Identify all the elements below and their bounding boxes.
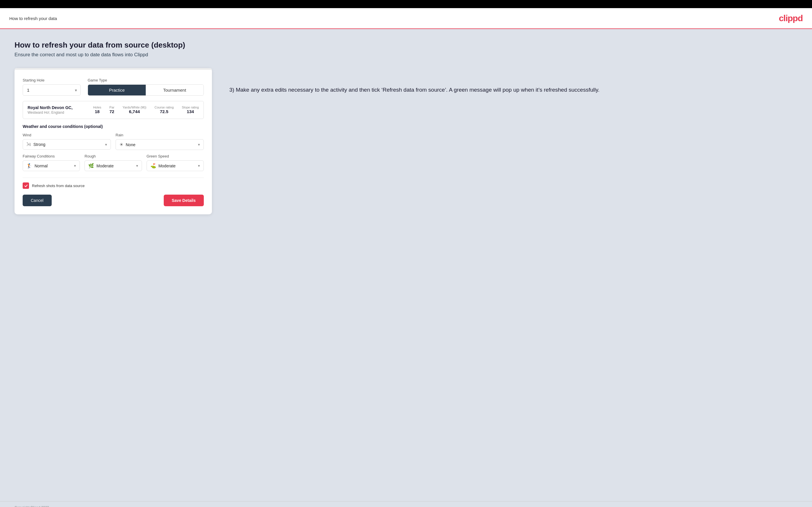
rain-select[interactable]: ☀ None ▾: [115, 139, 204, 150]
starting-hole-label: Starting Hole: [22, 78, 81, 82]
rough-select[interactable]: 🌿 Moderate ▾: [85, 160, 142, 171]
right-panel: 3) Make any extra edits necessary to the…: [230, 68, 798, 94]
cancel-button[interactable]: Cancel: [22, 194, 52, 206]
game-type-group: Game Type Practice Tournament: [88, 78, 204, 96]
conditions-row: Fairway Conditions 🏌 Normal ▾ Rough 🌿 Mo…: [22, 154, 204, 171]
starting-hole-select[interactable]: 1: [23, 85, 81, 96]
form-card-inner: Starting Hole 1 ▾ Game Type Practice To: [14, 70, 212, 214]
header-title: How to refresh your data: [9, 16, 57, 21]
top-bar: [0, 0, 812, 8]
divider: [22, 177, 204, 178]
main-content: How to refresh your data from source (de…: [0, 29, 812, 501]
footer: Copyright Clippd 2022: [0, 501, 812, 507]
rain-label: Rain: [115, 133, 204, 137]
rain-group: Rain ☀ None ▾: [115, 133, 204, 150]
save-button[interactable]: Save Details: [164, 194, 204, 206]
course-rating-label: Course rating: [154, 106, 173, 109]
yards-stat: Yards/White (M)) 6,744: [122, 106, 146, 114]
course-rating-value: 72.5: [160, 109, 168, 114]
holes-stat: Holes 18: [93, 106, 101, 114]
slope-rating-label: Slope rating: [182, 106, 199, 109]
checkmark-icon: [24, 184, 28, 188]
fairway-label: Fairway Conditions: [22, 154, 80, 158]
rough-chevron-icon: ▾: [136, 164, 138, 168]
par-label: Par: [109, 106, 114, 109]
wind-chevron-icon: ▾: [105, 143, 107, 147]
weather-row: Wind 🌬 Strong ▾ Rain ☀ None ▾: [22, 133, 204, 150]
rough-value: Moderate: [96, 164, 136, 168]
rough-icon: 🌿: [88, 163, 94, 169]
fairway-icon: 🏌: [27, 163, 32, 169]
tournament-button[interactable]: Tournament: [146, 85, 204, 96]
par-value: 72: [109, 109, 114, 114]
game-type-toggle: Practice Tournament: [88, 84, 204, 96]
fairway-value: Normal: [35, 164, 74, 168]
green-speed-value: Moderate: [158, 164, 198, 168]
top-form-row: Starting Hole 1 ▾ Game Type Practice To: [22, 78, 204, 96]
wind-label: Wind: [22, 133, 111, 137]
fairway-chevron-icon: ▾: [74, 164, 76, 168]
course-rating-stat: Course rating 72.5: [154, 106, 173, 114]
refresh-label: Refresh shots from data source: [32, 184, 85, 188]
green-speed-chevron-icon: ▾: [198, 164, 200, 168]
page-subheading: Ensure the correct and most up to date d…: [14, 52, 798, 58]
rough-label: Rough: [85, 154, 142, 158]
green-speed-label: Green Speed: [147, 154, 204, 158]
form-card: Starting Hole 1 ▾ Game Type Practice To: [14, 68, 212, 214]
green-speed-select[interactable]: ⛳ Moderate ▾: [147, 160, 204, 171]
logo: clippd: [779, 13, 803, 23]
rain-chevron-icon: ▾: [198, 143, 200, 147]
holes-label: Holes: [93, 106, 101, 109]
course-stats: Holes 18 Par 72 Yards/White (M)) 6,744: [93, 106, 199, 114]
rain-value: None: [126, 143, 198, 147]
course-info: Royal North Devon GC, Westward Ho!, Engl…: [28, 105, 72, 115]
slope-rating-value: 134: [187, 109, 194, 114]
fairway-select[interactable]: 🏌 Normal ▾: [22, 160, 80, 171]
header: How to refresh your data clippd: [0, 8, 812, 29]
starting-hole-select-wrapper[interactable]: 1 ▾: [22, 84, 81, 96]
green-speed-group: Green Speed ⛳ Moderate ▾: [147, 154, 204, 171]
wind-value: Strong: [33, 142, 105, 147]
weather-section-label: Weather and course conditions (optional): [22, 124, 204, 129]
page-heading: How to refresh your data from source (de…: [14, 41, 798, 50]
starting-hole-group: Starting Hole 1 ▾: [22, 78, 81, 96]
wind-group: Wind 🌬 Strong ▾: [22, 133, 111, 150]
wind-select[interactable]: 🌬 Strong ▾: [22, 139, 111, 150]
copyright-text: Copyright Clippd 2022: [14, 506, 49, 507]
holes-value: 18: [95, 109, 100, 114]
practice-button[interactable]: Practice: [88, 85, 146, 96]
rain-icon: ☀: [119, 142, 123, 147]
slope-rating-stat: Slope rating 134: [182, 106, 199, 114]
par-stat: Par 72: [109, 106, 114, 114]
game-type-label: Game Type: [88, 78, 204, 82]
rough-group: Rough 🌿 Moderate ▾: [85, 154, 142, 171]
yards-value: 6,744: [129, 109, 140, 114]
course-row: Royal North Devon GC, Westward Ho!, Engl…: [22, 101, 204, 119]
course-location: Westward Ho!, England: [28, 111, 72, 115]
yards-label: Yards/White (M)): [122, 106, 146, 109]
refresh-checkbox[interactable]: [22, 182, 29, 189]
wind-icon: 🌬: [27, 142, 31, 147]
green-speed-icon: ⛳: [150, 163, 156, 169]
content-area: Starting Hole 1 ▾ Game Type Practice To: [14, 68, 798, 214]
checkbox-row: Refresh shots from data source: [22, 182, 204, 189]
instruction-text: 3) Make any extra edits necessary to the…: [230, 86, 798, 94]
fairway-group: Fairway Conditions 🏌 Normal ▾: [22, 154, 80, 171]
button-row: Cancel Save Details: [22, 194, 204, 206]
course-name: Royal North Devon GC,: [28, 105, 72, 110]
